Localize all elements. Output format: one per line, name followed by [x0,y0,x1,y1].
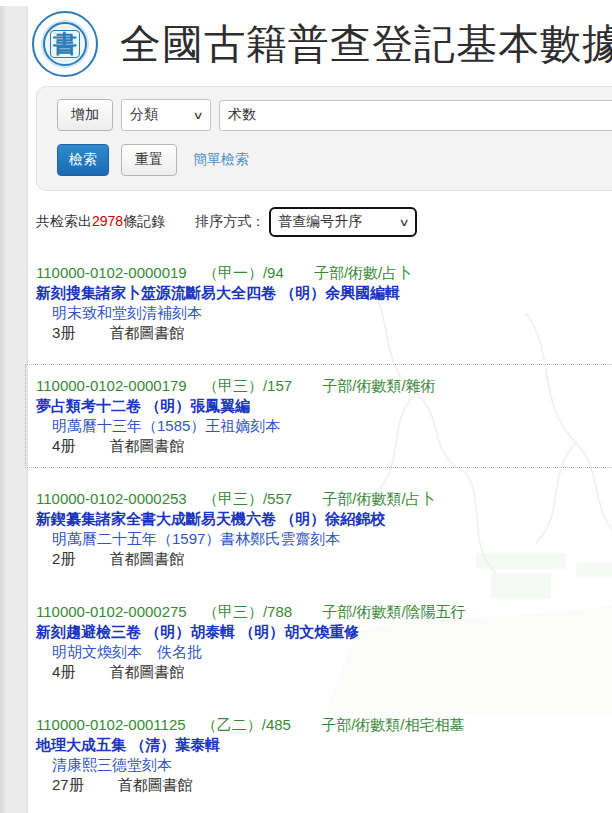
record-library: 首都圖書館 [110,550,185,567]
result-item: 110000-0102-0000019 （甲一）/94 子部/術數/占卜 新刻搜… [36,263,612,343]
library-seal-logo-icon: 書 [32,11,98,77]
logo-inner-ring: 書 [43,22,87,66]
record-holding-line: 3册 首都圖書館 [52,323,612,343]
record-category: 子部/術數類/相宅相墓 [321,716,464,733]
result-item: 110000-0102-0001125 （乙二）/485 子部/術數類/相宅相墓… [36,715,612,795]
record-holding-line: 2册 首都圖書館 [52,549,612,569]
record-call-number: （甲三）/788 [203,603,292,620]
category-select[interactable]: 分類 ∨ [121,99,211,131]
record-category: 子部/術數類/陰陽五行 [322,603,465,620]
record-volumes: 2册 [52,550,75,567]
record-call-number: （甲三）/557 [203,490,292,507]
page-content: 書 全國古籍普查登記基本數據庫 增加 分類 ∨ 檢索 重置 簡單檢索 共检索出2… [28,0,612,813]
chevron-down-icon: ∨ [192,109,203,122]
record-edition: 明萬曆二十五年（1597）書林鄭氏雲齋刻本 [52,529,612,549]
record-id: 110000-0102-0000019 [36,264,187,281]
search-button[interactable]: 檢索 [57,144,109,176]
record-id: 110000-0102-0000253 [36,490,187,507]
record-title-link[interactable]: 新鍥纂集諸家全書大成斷易天機六卷 （明）徐紹錦校 [36,509,612,529]
record-id-line: 110000-0102-0000019 （甲一）/94 子部/術數/占卜 [36,263,612,283]
record-volumes: 4册 [52,437,75,454]
record-library: 首都圖書館 [110,437,185,454]
category-select-value: 分類 [130,106,158,124]
record-title-link[interactable]: 新刻搜集諸家卜筮源流斷易大全四卷 （明）余興國編輯 [36,283,612,303]
record-library: 首都圖書館 [110,324,185,341]
keyword-input[interactable] [219,100,612,131]
record-volumes: 3册 [52,324,75,341]
page-left-margin [0,6,28,813]
record-title-link[interactable]: 地理大成五集 （清）葉泰輯 [36,735,612,755]
record-holding-line: 4册 首都圖書館 [52,662,612,682]
chevron-down-icon: ∨ [398,216,409,229]
results-list: 110000-0102-0000019 （甲一）/94 子部/術數/占卜 新刻搜… [36,263,612,795]
record-edition: 明胡文煥刻本 佚名批 [52,642,612,662]
results-count-text: 共检索出2978條記錄 [36,213,165,231]
record-holding-line: 27册 首都圖書館 [52,775,612,795]
record-id: 110000-0102-0001125 [36,716,186,733]
page-title: 全國古籍普查登記基本數據庫 [120,17,612,72]
record-id-line: 110000-0102-0001125 （乙二）/485 子部/術數類/相宅相墓 [36,715,612,735]
site-header: 書 全國古籍普查登記基本數據庫 [28,0,612,86]
reset-button[interactable]: 重置 [121,144,177,176]
record-title-link[interactable]: 夢占類考十二卷 （明）張鳳翼編 [36,396,612,416]
record-call-number: （甲三）/157 [203,377,292,394]
record-call-number: （甲一）/94 [203,264,284,281]
record-id-line: 110000-0102-0000253 （甲三）/557 子部/術數類/占卜 [36,489,612,509]
sort-select-value: 普查编号升序 [278,213,362,231]
result-item: 110000-0102-0000253 （甲三）/557 子部/術數類/占卜 新… [36,489,612,569]
record-call-number: （乙二）/485 [202,716,291,733]
count-suffix: 條記錄 [123,213,165,229]
record-id: 110000-0102-0000275 [36,603,187,620]
record-category: 子部/術數類/雜術 [322,377,435,394]
results-bar: 共检索出2978條記錄 排序方式： 普查编号升序 ∨ [36,207,612,237]
record-id-line: 110000-0102-0000275 （甲三）/788 子部/術數類/陰陽五行 [36,602,612,622]
search-form-panel: 增加 分類 ∨ 檢索 重置 簡單檢索 [36,86,612,191]
record-id: 110000-0102-0000179 [36,377,187,394]
results-count-number: 2978 [92,213,123,229]
record-library: 首都圖書館 [110,663,185,680]
result-item: 110000-0102-0000179 （甲三）/157 子部/術數類/雜術 夢… [25,364,612,468]
record-edition: 清康熙三德堂刻本 [52,755,612,775]
simple-search-link[interactable]: 簡單檢索 [193,151,249,169]
record-volumes: 4册 [52,663,75,680]
record-category: 子部/術數類/占卜 [322,490,435,507]
record-holding-line: 4册 首都圖書館 [52,436,612,456]
result-item: 110000-0102-0000275 （甲三）/788 子部/術數類/陰陽五行… [36,602,612,682]
record-category: 子部/術數/占卜 [314,264,412,281]
record-title-link[interactable]: 新刻趨避檢三卷 （明）胡泰輯 （明）胡文煥重修 [36,622,612,642]
sort-label: 排序方式： [195,213,265,231]
count-prefix: 共检索出 [36,213,92,229]
record-library: 首都圖書館 [118,776,193,793]
add-criteria-button[interactable]: 增加 [57,99,113,131]
record-volumes: 27册 [52,776,84,793]
record-edition: 明萬曆十三年（1585）王祖嫡刻本 [52,416,612,436]
record-edition: 明末致和堂刻清補刻本 [52,303,612,323]
search-criteria-row: 增加 分類 ∨ [57,99,612,131]
sort-order-select[interactable]: 普查编号升序 ∨ [269,207,417,237]
record-id-line: 110000-0102-0000179 （甲三）/157 子部/術數類/雜術 [36,376,612,396]
logo-book-glyph: 書 [50,30,80,58]
search-actions-row: 檢索 重置 簡單檢索 [57,144,612,176]
